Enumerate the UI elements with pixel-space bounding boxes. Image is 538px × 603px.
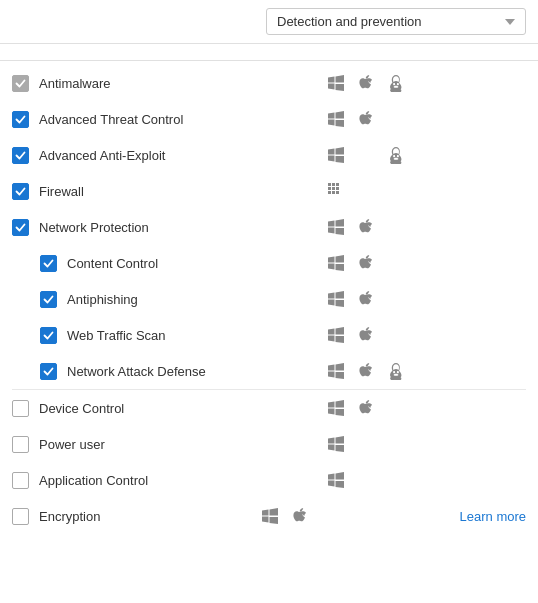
os-icons xyxy=(326,361,526,381)
module-item-device-control: Device Control xyxy=(0,390,538,426)
windows-icon xyxy=(326,398,346,418)
windows-icon xyxy=(326,217,346,237)
module-item-antimalware: Antimalware xyxy=(0,65,538,101)
os-icons xyxy=(326,73,526,93)
svg-rect-0 xyxy=(328,183,331,186)
svg-rect-4 xyxy=(332,187,335,190)
module-name: Network Protection xyxy=(39,220,326,235)
os-icons xyxy=(326,325,526,345)
checkbox[interactable] xyxy=(40,255,57,272)
svg-rect-8 xyxy=(336,191,339,194)
windows-icon xyxy=(326,434,346,454)
checkbox[interactable] xyxy=(12,472,29,489)
module-item-antiphishing: Antiphishing xyxy=(0,281,538,317)
os-placeholder xyxy=(356,470,376,490)
modules-list: Antimalware Advanced Threat Control xyxy=(0,61,538,538)
checkbox[interactable] xyxy=(12,436,29,453)
checkbox[interactable] xyxy=(12,111,29,128)
windows-icon xyxy=(326,253,346,273)
firewall-os-icon xyxy=(326,181,346,201)
os-icons xyxy=(260,506,460,526)
os-placeholder xyxy=(356,434,376,454)
module-item-encryption: Encryption Learn more xyxy=(0,498,538,534)
apple-icon xyxy=(356,398,376,418)
os-icons xyxy=(326,253,526,273)
module-item-power-user: Power user xyxy=(0,426,538,462)
module-name: Power user xyxy=(39,437,326,452)
module-name: Firewall xyxy=(39,184,326,199)
apple-icon xyxy=(356,253,376,273)
header-row xyxy=(0,44,538,61)
svg-rect-2 xyxy=(336,183,339,186)
apple-icon xyxy=(290,506,310,526)
module-item-web-traffic-scan: Web Traffic Scan xyxy=(0,317,538,353)
windows-icon xyxy=(326,470,346,490)
windows-icon xyxy=(326,289,346,309)
apple-icon xyxy=(356,361,376,381)
os-icons xyxy=(326,145,526,165)
checkbox[interactable] xyxy=(12,147,29,164)
apple-icon xyxy=(356,289,376,309)
module-item-network-attack-defense: Network Attack Defense xyxy=(0,353,538,389)
windows-icon xyxy=(326,109,346,129)
apple-icon xyxy=(356,109,376,129)
linux-icon xyxy=(386,361,406,381)
os-icons xyxy=(326,434,526,454)
learn-more-link[interactable]: Learn more xyxy=(460,509,526,524)
linux-icon xyxy=(386,73,406,93)
checkbox[interactable] xyxy=(12,508,29,525)
module-name: Advanced Threat Control xyxy=(39,112,326,127)
checkbox[interactable] xyxy=(12,219,29,236)
module-name: Application Control xyxy=(39,473,326,488)
svg-rect-3 xyxy=(328,187,331,190)
linux-icon xyxy=(386,145,406,165)
module-item-firewall: Firewall xyxy=(0,173,538,209)
module-item-advanced-threat-control: Advanced Threat Control xyxy=(0,101,538,137)
checkbox[interactable] xyxy=(40,363,57,380)
os-icons xyxy=(326,398,526,418)
svg-rect-6 xyxy=(328,191,331,194)
module-name: Device Control xyxy=(39,401,326,416)
module-name: Web Traffic Scan xyxy=(67,328,326,343)
module-name: Advanced Anti-Exploit xyxy=(39,148,326,163)
module-item-application-control: Application Control xyxy=(0,462,538,498)
windows-icon xyxy=(260,506,280,526)
checkbox[interactable] xyxy=(12,400,29,417)
os-icons xyxy=(326,289,526,309)
os-icons xyxy=(326,470,526,490)
module-item-advanced-anti-exploit: Advanced Anti-Exploit xyxy=(0,137,538,173)
apple-icon xyxy=(356,325,376,345)
checkbox[interactable] xyxy=(40,327,57,344)
operation-mode-select[interactable]: Detection and prevention xyxy=(266,8,526,35)
svg-rect-1 xyxy=(332,183,335,186)
os-icons xyxy=(326,109,526,129)
windows-icon xyxy=(326,361,346,381)
os-icons xyxy=(326,181,526,201)
windows-icon xyxy=(326,325,346,345)
windows-icon xyxy=(326,73,346,93)
checkbox[interactable] xyxy=(12,75,29,92)
windows-icon xyxy=(326,145,346,165)
apple-icon xyxy=(356,217,376,237)
checkbox[interactable] xyxy=(12,183,29,200)
module-name: Antimalware xyxy=(39,76,326,91)
checkbox[interactable] xyxy=(40,291,57,308)
module-name: Network Attack Defense xyxy=(67,364,326,379)
os-icons xyxy=(326,217,526,237)
operation-mode-row: Detection and prevention xyxy=(0,0,538,44)
module-name: Antiphishing xyxy=(67,292,326,307)
apple-icon xyxy=(356,73,376,93)
module-item-network-protection: Network Protection xyxy=(0,209,538,245)
svg-rect-7 xyxy=(332,191,335,194)
module-item-content-control: Content Control xyxy=(0,245,538,281)
svg-rect-5 xyxy=(336,187,339,190)
os-placeholder xyxy=(356,145,376,165)
module-name: Content Control xyxy=(67,256,326,271)
module-name: Encryption xyxy=(39,509,260,524)
